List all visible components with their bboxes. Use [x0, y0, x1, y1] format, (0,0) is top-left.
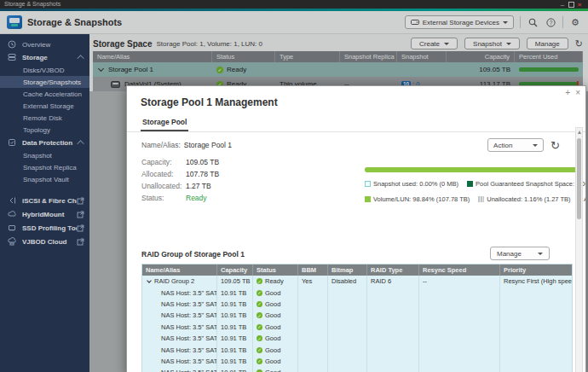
disk-name: NAS Host: 3.5" SATA HDD 4: [142, 322, 217, 333]
disk-status: Good: [265, 369, 280, 372]
disk-capacity: 10.91 TB: [217, 310, 253, 321]
allocated-value: 107.78 TB: [186, 170, 219, 178]
raid-col-priority[interactable]: Priority: [500, 264, 572, 276]
usage-volume-segment: [365, 167, 575, 172]
capacity-label: Capacity:: [141, 158, 186, 166]
raid-group-row[interactable]: RAID Group 2 109.05 TB ✓Ready Yes Disabl…: [142, 276, 572, 287]
dialog-scrollbar[interactable]: [575, 127, 583, 372]
status-label: Status:: [141, 194, 186, 202]
raid-col-name[interactable]: Name/Alias: [142, 264, 217, 276]
status-ok-icon: ✓: [257, 335, 262, 341]
pool-usage-bar: [365, 167, 578, 172]
scrollbar-thumb[interactable]: [577, 138, 581, 219]
raid-group-resync-speed: --: [419, 276, 500, 287]
tab-storage-pool[interactable]: Storage Pool: [141, 115, 188, 131]
disk-capacity: 10.91 TB: [217, 367, 253, 372]
disk-capacity: 10.91 TB: [217, 287, 253, 298]
raid-group-capacity: 109.05 TB: [217, 276, 253, 287]
disk-capacity: 10.91 TB: [217, 333, 253, 344]
raid-group-status: Ready: [265, 277, 284, 285]
status-ok-icon: ✓: [257, 278, 262, 284]
app-window: Storage & Snapshots Storage & Snapshots …: [0, 0, 588, 372]
raid-col-bitmap[interactable]: Bitmap: [328, 264, 367, 276]
volume-lun-swatch: [365, 196, 371, 202]
status-ok-icon: ✓: [257, 347, 262, 353]
legend-snapshot-used: Snapshot used: 0.00% (0 MB): [365, 180, 458, 188]
chevron-down-icon: [533, 144, 538, 147]
raid-disk-row[interactable]: NAS Host: 3.5" SATA HDD 3 10.91 TB ✓Good: [142, 310, 572, 321]
action-button[interactable]: Action: [487, 138, 544, 152]
pool-info-section: Capacity:109.05 TB Allocated:107.78 TB U…: [141, 154, 572, 232]
disk-status: Good: [265, 323, 280, 331]
raid-disk-row[interactable]: NAS Host: 3.5" SATA HDD 2 10.91 TB ✓Good: [142, 299, 572, 310]
status-ok-icon: ✓: [257, 290, 262, 296]
unallocated-value: 1.27 TB: [186, 182, 211, 190]
unallocated-swatch: [478, 196, 484, 202]
disk-status: Good: [265, 357, 280, 365]
capacity-value: 109.05 TB: [186, 158, 219, 166]
raid-col-status[interactable]: Status: [253, 264, 298, 276]
raid-disk-row[interactable]: NAS Host: 3.5" SATA HDD 1 10.91 TB ✓Good: [142, 287, 572, 298]
disk-name: NAS Host: 3.5" SATA HDD 5: [142, 333, 217, 344]
raid-disk-rows: NAS Host: 3.5" SATA HDD 1 10.91 TB ✓Good…: [142, 287, 572, 372]
raid-group-bitmap: Disabled: [328, 276, 367, 287]
dialog-popout-icon[interactable]: [565, 89, 570, 97]
disk-status: Good: [265, 289, 280, 297]
disk-name: NAS Host: 3.5" SATA HDD 7: [142, 356, 217, 367]
raid-disk-row[interactable]: NAS Host: 3.5" SATA HDD 4 10.91 TB ✓Good: [142, 322, 572, 333]
dialog-refresh-icon[interactable]: ↻: [551, 140, 560, 151]
disk-name: NAS Host: 3.5" SATA HDD 8: [142, 367, 217, 372]
raid-disk-row[interactable]: NAS Host: 3.5" SATA HDD 8 10.91 TB ✓Good: [142, 367, 572, 372]
legend-unallocated: Unallocated: 1.16% (1.27 TB): [478, 195, 570, 203]
raid-manage-button-label: Manage: [497, 250, 522, 258]
dialog-close-icon[interactable]: [575, 89, 580, 97]
disk-status: Good: [265, 334, 280, 342]
status-ok-icon: ✓: [257, 358, 262, 364]
pool-usage-panel: Snapshot used: 0.00% (0 MB) Pool Guarant…: [365, 167, 578, 203]
legend-guaranteed-space: Pool Guaranteed Snapshot Space: 0.00% (0…: [467, 180, 586, 188]
raid-group-table: Name/Alias Capacity Status BBM Bitmap RA…: [141, 264, 573, 372]
raid-col-resync-speed[interactable]: Resync Speed: [419, 264, 500, 276]
raid-disk-row[interactable]: NAS Host: 3.5" SATA HDD 7 10.91 TB ✓Good: [142, 356, 572, 367]
raid-disk-row[interactable]: NAS Host: 3.5" SATA HDD 5 10.91 TB ✓Good: [142, 333, 572, 344]
action-button-label: Action: [493, 142, 512, 149]
raid-group-bbm: Yes: [298, 276, 328, 287]
disk-capacity: 10.91 TB: [217, 299, 253, 310]
disk-capacity: 10.91 TB: [217, 322, 253, 333]
allocated-label: Allocated:: [141, 170, 186, 178]
raid-table-header-row: Name/Alias Capacity Status BBM Bitmap RA…: [142, 264, 572, 276]
raid-col-raid-type[interactable]: RAID Type: [367, 264, 419, 276]
snapshot-used-swatch: [365, 181, 371, 187]
raid-group-type: RAID 6: [367, 276, 419, 287]
dialog-header-row: Name/Alias: Storage Pool 1 Action ↻: [141, 137, 572, 154]
status-ok-icon: ✓: [257, 324, 262, 330]
status-ok-icon: ✓: [257, 301, 262, 307]
disk-name: NAS Host: 3.5" SATA HDD 3: [142, 310, 217, 321]
storage-pool-management-dialog: Storage Pool 1 Management Storage Pool N…: [126, 85, 586, 372]
chevron-down-icon[interactable]: [147, 278, 152, 283]
raid-disk-row[interactable]: NAS Host: 3.5" SATA HDD 6 10.91 TB ✓Good: [142, 344, 572, 355]
raid-manage-button[interactable]: Manage: [490, 247, 550, 260]
status-value: Ready: [186, 194, 207, 202]
status-ok-icon: ✓: [257, 312, 262, 318]
dialog-tabbar: Storage Pool: [127, 115, 585, 132]
disk-status: Good: [265, 311, 280, 319]
raid-section-header: RAID Group of Storage Pool 1 Manage: [141, 243, 572, 260]
raid-col-bbm[interactable]: BBM: [298, 264, 328, 276]
dialog-title: Storage Pool 1 Management: [127, 86, 585, 108]
name-alias-label: Name/Alias:: [141, 141, 181, 149]
unallocated-label: Unallocated:: [141, 182, 186, 190]
chevron-down-icon: [538, 253, 543, 255]
disk-name: NAS Host: 3.5" SATA HDD 2: [142, 299, 217, 310]
raid-col-capacity[interactable]: Capacity: [217, 264, 253, 276]
disk-status: Good: [265, 300, 280, 308]
name-alias-value: Storage Pool 1: [184, 141, 487, 149]
disk-name: NAS Host: 3.5" SATA HDD 1: [142, 287, 217, 298]
disk-name: NAS Host: 3.5" SATA HDD 6: [142, 344, 217, 355]
raid-group-name: RAID Group 2: [154, 277, 194, 285]
scroll-up-arrow-icon[interactable]: [576, 129, 582, 136]
legend-volume-lun: Volume/LUN: 98.84% (107.78 TB): [365, 195, 470, 203]
disk-status: Good: [265, 346, 280, 354]
raid-group-priority: Resync First (High speed): [500, 276, 572, 287]
disk-capacity: 10.91 TB: [217, 344, 253, 355]
